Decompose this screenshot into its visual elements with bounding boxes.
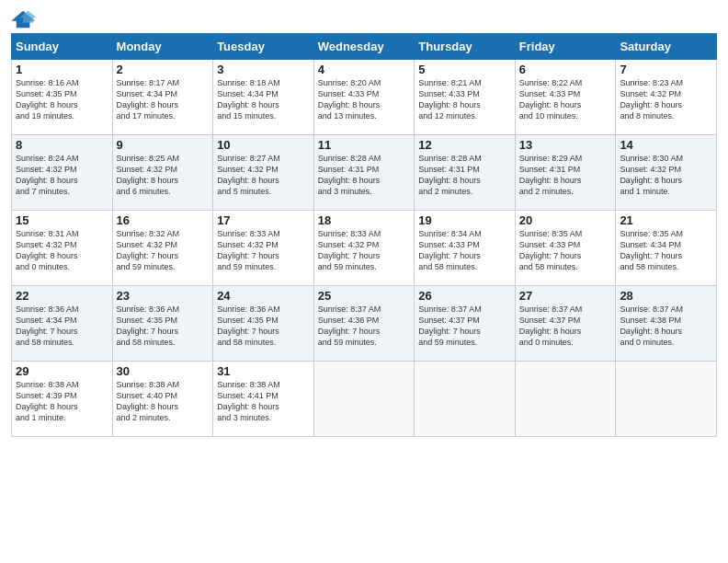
calendar-cell: 27Sunrise: 8:37 AM Sunset: 4:37 PM Dayli… [515,286,616,362]
calendar-cell: 16Sunrise: 8:32 AM Sunset: 4:32 PM Dayli… [112,211,213,286]
cell-info: Sunrise: 8:37 AM Sunset: 4:37 PM Dayligh… [418,304,511,349]
day-number: 20 [519,213,612,227]
day-number: 11 [318,138,411,152]
day-number: 21 [620,213,712,227]
day-number: 27 [519,289,612,303]
day-number: 29 [16,364,108,378]
header [11,9,717,29]
calendar-cell: 11Sunrise: 8:28 AM Sunset: 4:31 PM Dayli… [313,135,415,211]
day-number: 13 [519,138,612,152]
calendar-cell: 30Sunrise: 8:38 AM Sunset: 4:40 PM Dayli… [112,362,213,437]
cell-info: Sunrise: 8:17 AM Sunset: 4:34 PM Dayligh… [117,77,210,122]
calendar-cell: 2Sunrise: 8:17 AM Sunset: 4:34 PM Daylig… [112,60,213,135]
cell-info: Sunrise: 8:28 AM Sunset: 4:31 PM Dayligh… [418,153,511,198]
day-number: 15 [16,213,108,227]
day-number: 5 [418,63,511,76]
calendar-cell: 24Sunrise: 8:36 AM Sunset: 4:35 PM Dayli… [213,286,314,362]
calendar-cell: 18Sunrise: 8:33 AM Sunset: 4:32 PM Dayli… [313,211,415,286]
col-header-friday: Friday [515,34,616,60]
cell-info: Sunrise: 8:35 AM Sunset: 4:34 PM Dayligh… [620,228,712,273]
cell-info: Sunrise: 8:16 AM Sunset: 4:35 PM Dayligh… [16,77,108,122]
calendar-cell: 6Sunrise: 8:22 AM Sunset: 4:33 PM Daylig… [515,60,616,135]
logo [11,9,39,29]
day-number: 31 [217,364,310,378]
calendar-table: SundayMondayTuesdayWednesdayThursdayFrid… [11,33,717,437]
day-number: 1 [16,63,108,76]
cell-info: Sunrise: 8:30 AM Sunset: 4:32 PM Dayligh… [620,153,712,198]
calendar-cell: 10Sunrise: 8:27 AM Sunset: 4:32 PM Dayli… [213,135,314,211]
calendar-cell: 12Sunrise: 8:28 AM Sunset: 4:31 PM Dayli… [415,135,516,211]
day-number: 23 [117,289,210,303]
cell-info: Sunrise: 8:37 AM Sunset: 4:36 PM Dayligh… [318,304,411,349]
col-header-thursday: Thursday [415,34,516,60]
calendar-cell: 15Sunrise: 8:31 AM Sunset: 4:32 PM Dayli… [12,211,113,286]
day-number: 16 [117,213,210,227]
col-header-monday: Monday [112,34,213,60]
calendar-cell: 14Sunrise: 8:30 AM Sunset: 4:32 PM Dayli… [616,135,717,211]
cell-info: Sunrise: 8:25 AM Sunset: 4:32 PM Dayligh… [117,153,210,198]
calendar-header-row: SundayMondayTuesdayWednesdayThursdayFrid… [12,34,717,60]
cell-info: Sunrise: 8:37 AM Sunset: 4:38 PM Dayligh… [620,304,712,349]
col-header-saturday: Saturday [616,34,717,60]
day-number: 22 [16,289,108,303]
day-number: 10 [217,138,310,152]
day-number: 14 [620,138,712,152]
cell-info: Sunrise: 8:38 AM Sunset: 4:39 PM Dayligh… [16,379,108,424]
cell-info: Sunrise: 8:22 AM Sunset: 4:33 PM Dayligh… [519,77,612,122]
calendar-week-row: 8Sunrise: 8:24 AM Sunset: 4:32 PM Daylig… [12,135,717,211]
day-number: 9 [117,138,210,152]
cell-info: Sunrise: 8:24 AM Sunset: 4:32 PM Dayligh… [16,153,108,198]
day-number: 3 [217,63,310,76]
cell-info: Sunrise: 8:20 AM Sunset: 4:33 PM Dayligh… [318,77,411,122]
day-number: 24 [217,289,310,303]
calendar-cell [415,362,516,437]
day-number: 7 [620,63,712,76]
day-number: 28 [620,289,712,303]
calendar-cell: 22Sunrise: 8:36 AM Sunset: 4:34 PM Dayli… [12,286,113,362]
calendar-cell: 25Sunrise: 8:37 AM Sunset: 4:36 PM Dayli… [313,286,415,362]
day-number: 4 [318,63,411,76]
day-number: 19 [418,213,511,227]
cell-info: Sunrise: 8:36 AM Sunset: 4:35 PM Dayligh… [217,304,310,349]
cell-info: Sunrise: 8:37 AM Sunset: 4:37 PM Dayligh… [519,304,612,349]
cell-info: Sunrise: 8:27 AM Sunset: 4:32 PM Dayligh… [217,153,310,198]
cell-info: Sunrise: 8:34 AM Sunset: 4:33 PM Dayligh… [418,228,511,273]
calendar-cell: 29Sunrise: 8:38 AM Sunset: 4:39 PM Dayli… [12,362,113,437]
calendar-cell: 28Sunrise: 8:37 AM Sunset: 4:38 PM Dayli… [616,286,717,362]
col-header-sunday: Sunday [12,34,113,60]
cell-info: Sunrise: 8:21 AM Sunset: 4:33 PM Dayligh… [418,77,511,122]
logo-icon [11,9,37,29]
calendar-week-row: 29Sunrise: 8:38 AM Sunset: 4:39 PM Dayli… [12,362,717,437]
calendar-cell: 8Sunrise: 8:24 AM Sunset: 4:32 PM Daylig… [12,135,113,211]
cell-info: Sunrise: 8:18 AM Sunset: 4:34 PM Dayligh… [217,77,310,122]
calendar-cell [616,362,717,437]
cell-info: Sunrise: 8:36 AM Sunset: 4:34 PM Dayligh… [16,304,108,349]
page-container: SundayMondayTuesdayWednesdayThursdayFrid… [0,0,728,444]
day-number: 17 [217,213,310,227]
day-number: 26 [418,289,511,303]
cell-info: Sunrise: 8:33 AM Sunset: 4:32 PM Dayligh… [318,228,411,273]
day-number: 18 [318,213,411,227]
calendar-cell: 20Sunrise: 8:35 AM Sunset: 4:33 PM Dayli… [515,211,616,286]
calendar-cell: 7Sunrise: 8:23 AM Sunset: 4:32 PM Daylig… [616,60,717,135]
cell-info: Sunrise: 8:35 AM Sunset: 4:33 PM Dayligh… [519,228,612,273]
calendar-week-row: 1Sunrise: 8:16 AM Sunset: 4:35 PM Daylig… [12,60,717,135]
calendar-cell: 21Sunrise: 8:35 AM Sunset: 4:34 PM Dayli… [616,211,717,286]
cell-info: Sunrise: 8:29 AM Sunset: 4:31 PM Dayligh… [519,153,612,198]
calendar-cell [515,362,616,437]
cell-info: Sunrise: 8:36 AM Sunset: 4:35 PM Dayligh… [117,304,210,349]
day-number: 25 [318,289,411,303]
calendar-cell: 19Sunrise: 8:34 AM Sunset: 4:33 PM Dayli… [415,211,516,286]
cell-info: Sunrise: 8:38 AM Sunset: 4:41 PM Dayligh… [217,379,310,424]
day-number: 2 [117,63,210,76]
day-number: 6 [519,63,612,76]
calendar-cell: 17Sunrise: 8:33 AM Sunset: 4:32 PM Dayli… [213,211,314,286]
calendar-week-row: 22Sunrise: 8:36 AM Sunset: 4:34 PM Dayli… [12,286,717,362]
col-header-tuesday: Tuesday [213,34,314,60]
col-header-wednesday: Wednesday [313,34,415,60]
calendar-cell: 13Sunrise: 8:29 AM Sunset: 4:31 PM Dayli… [515,135,616,211]
calendar-cell: 3Sunrise: 8:18 AM Sunset: 4:34 PM Daylig… [213,60,314,135]
cell-info: Sunrise: 8:32 AM Sunset: 4:32 PM Dayligh… [117,228,210,273]
calendar-cell: 31Sunrise: 8:38 AM Sunset: 4:41 PM Dayli… [213,362,314,437]
calendar-cell: 5Sunrise: 8:21 AM Sunset: 4:33 PM Daylig… [415,60,516,135]
